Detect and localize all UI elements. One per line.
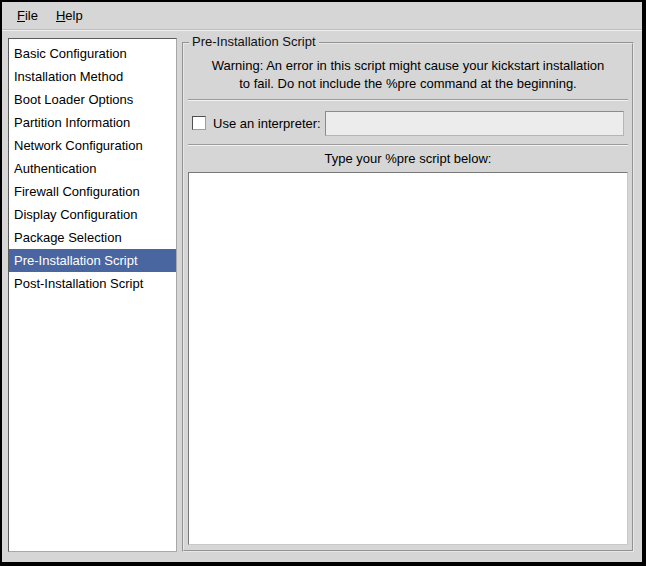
interpreter-row: Use an interpreter:	[192, 108, 624, 138]
pre-installation-script-frame: Pre-Installation Script Warning: An erro…	[182, 42, 634, 552]
use-interpreter-checkbox[interactable]	[192, 116, 206, 130]
window-body: File Help Basic Configuration Installati…	[2, 2, 642, 562]
sidebar-item-firewall-configuration[interactable]: Firewall Configuration	[9, 180, 176, 203]
sidebar-item-installation-method[interactable]: Installation Method	[9, 65, 176, 88]
menu-bar: File Help	[2, 2, 642, 30]
sidebar-item-network-configuration[interactable]: Network Configuration	[9, 134, 176, 157]
use-interpreter-label: Use an interpreter:	[213, 116, 321, 131]
sidebar-item-display-configuration[interactable]: Display Configuration	[9, 203, 176, 226]
separator-above-interpreter	[188, 99, 628, 101]
section-list: Basic Configuration Installation Method …	[8, 38, 177, 552]
sidebar-item-package-selection[interactable]: Package Selection	[9, 226, 176, 249]
sidebar-item-boot-loader-options[interactable]: Boot Loader Options	[9, 88, 176, 111]
sidebar-item-basic-configuration[interactable]: Basic Configuration	[9, 42, 176, 65]
sidebar-item-authentication[interactable]: Authentication	[9, 157, 176, 180]
menu-help[interactable]: Help	[47, 5, 92, 26]
sidebar-item-partition-information[interactable]: Partition Information	[9, 111, 176, 134]
kickstart-configurator-window: File Help Basic Configuration Installati…	[0, 0, 646, 566]
menu-file[interactable]: File	[8, 5, 47, 26]
sidebar-item-pre-installation-script[interactable]: Pre-Installation Script	[9, 249, 176, 272]
script-area-label: Type your %pre script below:	[184, 151, 632, 166]
frame-title: Pre-Installation Script	[189, 34, 319, 50]
interpreter-input[interactable]	[325, 111, 624, 136]
separator-above-script	[188, 144, 628, 146]
warning-label: Warning: An error in this script might c…	[186, 57, 630, 93]
sidebar-item-post-installation-script[interactable]: Post-Installation Script	[9, 272, 176, 295]
pre-script-textarea[interactable]	[188, 172, 628, 545]
